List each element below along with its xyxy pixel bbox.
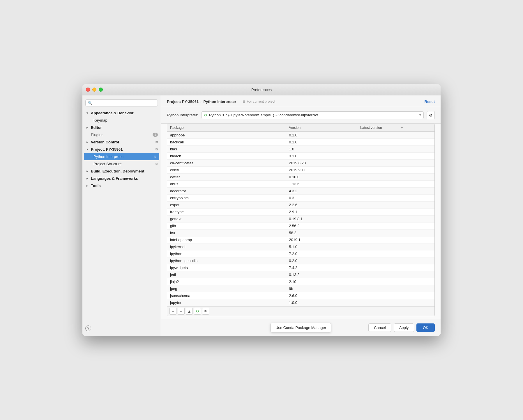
cell-package: ipywidgets [170, 266, 289, 270]
preferences-window: Preferences 🔍 ▾ Appearance & Behavior Ke… [82, 84, 441, 336]
for-current-label: 🖥 For current project [242, 99, 275, 104]
cell-version: 0.2.0 [289, 259, 360, 263]
col-package: Package [170, 126, 289, 130]
table-row[interactable]: gettext 0.19.8.1 [167, 216, 434, 223]
sidebar-item-appearance-label: Appearance & Behavior [91, 111, 134, 115]
cell-package: appnope [170, 133, 289, 137]
cell-package: jedi [170, 273, 289, 277]
table-row[interactable]: ca-certificates 2019.8.28 [167, 160, 434, 167]
table-row[interactable]: jedi 0.13.2 [167, 271, 434, 278]
table-row[interactable]: icu 58.2 [167, 229, 434, 236]
interpreter-row: Python Interpreter: ↻ Python 3.7 (Jupyte… [161, 107, 441, 124]
table-row[interactable]: intel-openmp 2019.1 [167, 236, 434, 243]
table-row[interactable]: entrypoints 0.3 [167, 195, 434, 202]
cell-version: 0.1.0 [289, 140, 360, 144]
remove-package-button[interactable]: − [178, 308, 185, 315]
cell-version: 2019.1 [289, 238, 360, 242]
search-icon: 🔍 [88, 101, 92, 105]
sidebar-item-languages[interactable]: ▸ Languages & Frameworks [82, 175, 161, 182]
sidebar-item-keymap[interactable]: Keymap [82, 117, 161, 124]
apply-button[interactable]: Apply [394, 323, 414, 332]
ok-button[interactable]: OK [416, 323, 435, 332]
table-row[interactable]: jsonschema 2.6.0 [167, 292, 434, 299]
sidebar-item-project[interactable]: ▾ Project: PY-35961 ⧉ [82, 146, 161, 153]
copy-icon-vcs: ⧉ [156, 140, 158, 144]
sidebar-item-python-interpreter[interactable]: Python Interpreter ⧉ [84, 153, 159, 160]
table-row[interactable]: expat 2.2.6 [167, 202, 434, 209]
table-row[interactable]: ipykernel 5.1.0 [167, 243, 434, 250]
cell-package: intel-openmp [170, 238, 289, 242]
table-row[interactable]: bleach 3.1.0 [167, 153, 434, 160]
cell-package: freetype [170, 210, 289, 214]
chevron-right-icon: ▸ [86, 126, 89, 129]
sidebar-item-plugins[interactable]: Plugins 1 [82, 131, 161, 138]
sidebar-item-build[interactable]: ▸ Build, Execution, Deployment [82, 168, 161, 175]
breadcrumb-page: Python Interpreter [203, 99, 236, 104]
cell-package: jinja2 [170, 280, 289, 284]
add-package-button[interactable]: + [169, 308, 176, 315]
refresh-button[interactable]: ↻ [194, 308, 201, 315]
cell-version: 58.2 [289, 231, 360, 235]
bottom-bar: Use Conda Package Manager Cancel Apply O… [161, 319, 441, 336]
help-button[interactable]: ? [85, 325, 91, 331]
table-row[interactable]: appnope 0.1.0 [167, 132, 434, 139]
table-row[interactable]: freetype 2.9.1 [167, 209, 434, 216]
sidebar-item-editor-label: Editor [91, 125, 102, 130]
table-row[interactable]: jinja2 2.10 [167, 278, 434, 285]
close-button[interactable] [86, 88, 90, 92]
search-input[interactable] [94, 101, 155, 105]
fullscreen-button[interactable] [99, 88, 103, 92]
table-row[interactable]: decorator 4.3.2 [167, 188, 434, 195]
chevron-right-icon-tools: ▸ [86, 184, 89, 187]
table-row[interactable]: glib 2.56.2 [167, 223, 434, 229]
search-box[interactable]: 🔍 [85, 99, 158, 106]
sidebar-item-project-label: Project: PY-35961 [91, 147, 123, 152]
table-row[interactable]: certifi 2019.9.11 [167, 167, 434, 174]
table-header: Package Version Latest version ✦ [167, 124, 434, 132]
cell-package: dbus [170, 182, 289, 186]
cell-version: 7.4.2 [289, 266, 360, 270]
titlebar: Preferences [82, 84, 441, 95]
chevron-right-icon-build: ▸ [86, 170, 89, 173]
table-row[interactable]: ipython_genutils 0.2.0 [167, 257, 434, 264]
cell-version: 2.6.0 [289, 293, 360, 298]
packages-table: Package Version Latest version ✦ appnope… [167, 124, 435, 316]
cell-package: ca-certificates [170, 161, 289, 165]
cell-package: ipykernel [170, 245, 289, 249]
table-body: appnope 0.1.0 backcall 0.1.0 blas 1.0 bl… [167, 132, 434, 306]
copy-icon-structure: ⧉ [156, 162, 158, 166]
window-title: Preferences [251, 88, 272, 92]
cell-version: 2019.8.28 [289, 161, 360, 165]
cell-package: bleach [170, 154, 289, 158]
table-row[interactable]: ipython 7.2.0 [167, 250, 434, 257]
sidebar: 🔍 ▾ Appearance & Behavior Keymap ▸ Edito… [82, 95, 161, 336]
interpreter-select[interactable]: ↻ Python 3.7 (JupyterNotebookSample1) ~/… [201, 111, 424, 119]
sidebar-item-project-structure[interactable]: Project Structure ⧉ [82, 160, 161, 168]
table-row[interactable]: blas 1.0 [167, 146, 434, 153]
sidebar-item-vcs[interactable]: ▸ Version Control ⧉ [82, 138, 161, 146]
cancel-button[interactable]: Cancel [368, 323, 391, 332]
cell-version: 2.2.6 [289, 203, 360, 207]
table-row[interactable]: jpeg 9b [167, 285, 434, 292]
sidebar-item-editor[interactable]: ▸ Editor [82, 124, 161, 131]
up-package-button[interactable]: ▲ [186, 308, 193, 315]
cell-package: ipython [170, 252, 289, 256]
sidebar-item-appearance[interactable]: ▾ Appearance & Behavior [82, 109, 161, 117]
table-row[interactable]: dbus 1.13.6 [167, 181, 434, 188]
eye-button[interactable]: 👁 [202, 308, 209, 315]
minimize-button[interactable] [92, 88, 96, 92]
col-version: Version [289, 126, 360, 130]
table-row[interactable]: cycler 0.10.0 [167, 174, 434, 181]
interpreter-settings-button[interactable]: ⚙ [427, 111, 435, 119]
breadcrumb-project: Project: PY-35961 [167, 99, 199, 104]
cell-version: 1.0 [289, 147, 360, 151]
chevron-right-icon-lang: ▸ [86, 177, 89, 180]
table-row[interactable]: backcall 0.1.0 [167, 139, 434, 146]
table-row[interactable]: jupyter 1.0.0 [167, 299, 434, 306]
table-row[interactable]: ipywidgets 7.4.2 [167, 264, 434, 271]
sidebar-item-tools[interactable]: ▸ Tools [82, 182, 161, 189]
cell-version: 2.56.2 [289, 224, 360, 228]
reset-button[interactable]: Reset [425, 99, 435, 104]
breadcrumb: Project: PY-35961 › Python Interpreter [167, 99, 236, 104]
interpreter-label: Python Interpreter: [167, 113, 198, 117]
